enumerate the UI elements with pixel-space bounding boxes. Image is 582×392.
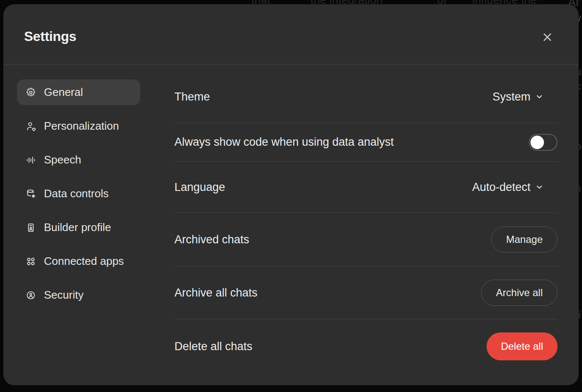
sidebar-item-label: Security (44, 289, 84, 302)
page-title: Settings (24, 29, 76, 44)
sidebar-item-speech[interactable]: Speech (17, 147, 140, 173)
settings-row-archived-chats: Archived chats Manage (174, 213, 558, 267)
sidebar-item-label: Connected apps (44, 255, 124, 268)
theme-dropdown[interactable]: System (492, 90, 544, 103)
delete-all-button[interactable]: Delete all (487, 332, 558, 360)
badge-person-icon (25, 290, 36, 301)
sidebar-item-connected-apps[interactable]: Connected apps (17, 248, 140, 274)
screen: that the integration of influence the AI… (0, 0, 582, 392)
person-heart-icon (25, 121, 36, 132)
language-dropdown[interactable]: Auto-detect (472, 181, 544, 194)
chevron-down-icon (535, 92, 544, 101)
sidebar-item-label: General (44, 86, 83, 99)
apps-grid-icon (25, 256, 36, 267)
sidebar-item-builder-profile[interactable]: Builder profile (17, 215, 140, 240)
sidebar-item-data-controls[interactable]: Data controls (17, 181, 140, 207)
settings-row-archive-all: Archive all chats Archive all (174, 267, 558, 319)
gear-icon (25, 87, 36, 98)
database-gear-icon (25, 188, 36, 199)
id-card-icon (25, 222, 36, 233)
sidebar-item-label: Builder profile (44, 221, 111, 234)
chevron-down-icon (535, 182, 544, 192)
row-label: Always show code when using data analyst (174, 136, 394, 149)
settings-row-delete-all: Delete all chats Delete all (174, 319, 558, 373)
dropdown-value: Auto-detect (472, 181, 530, 194)
row-label: Archive all chats (174, 286, 258, 299)
sidebar-item-security[interactable]: Security (17, 282, 140, 308)
settings-modal: Settings General (3, 4, 579, 385)
settings-row-theme: Theme System (174, 64, 558, 123)
row-label: Theme (174, 90, 210, 103)
show-code-toggle[interactable] (529, 134, 558, 151)
toggle-knob (530, 136, 544, 149)
sidebar-item-personalization[interactable]: Personalization (17, 113, 140, 139)
settings-row-language: Language Auto-detect (174, 162, 558, 213)
modal-header: Settings (3, 4, 579, 64)
settings-sidebar: General Personalization (17, 79, 140, 316)
sidebar-item-label: Personalization (44, 120, 119, 133)
sidebar-item-label: Data controls (44, 187, 109, 200)
settings-row-show-code: Always show code when using data analyst (174, 123, 558, 162)
sidebar-item-general[interactable]: General (17, 79, 140, 105)
manage-button[interactable]: Manage (491, 226, 558, 253)
settings-content: Theme System Always show code when using… (174, 64, 558, 373)
dropdown-value: System (492, 90, 530, 103)
sidebar-item-label: Speech (44, 153, 81, 166)
close-button[interactable] (538, 28, 557, 46)
archive-all-button[interactable]: Archive all (481, 280, 558, 306)
close-icon (541, 31, 554, 44)
row-label: Delete all chats (174, 340, 253, 353)
waveform-icon (25, 155, 36, 166)
row-label: Language (174, 181, 225, 194)
row-label: Archived chats (174, 233, 249, 246)
